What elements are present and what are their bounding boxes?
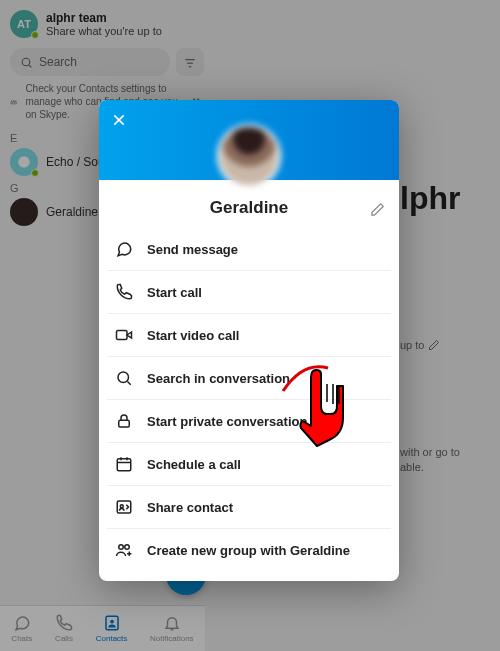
- profile-avatar[interactable]: [217, 124, 281, 188]
- menu-start-call[interactable]: Start call: [107, 271, 391, 314]
- lock-icon: [115, 412, 133, 430]
- menu-schedule-call[interactable]: Schedule a call: [107, 443, 391, 486]
- group-add-icon: [115, 541, 133, 559]
- svg-point-22: [120, 505, 123, 508]
- menu-start-private-conversation[interactable]: Start private conversation: [107, 400, 391, 443]
- svg-rect-13: [117, 331, 128, 340]
- menu-start-video-call[interactable]: Start video call: [107, 314, 391, 357]
- profile-menu: Send message Start call Start video call…: [99, 228, 399, 581]
- menu-search-conversation[interactable]: Search in conversation: [107, 357, 391, 400]
- chat-bubble-icon: [115, 240, 133, 258]
- pencil-icon: [370, 202, 385, 217]
- profile-name-row: Geraldine: [99, 180, 399, 228]
- app-window: AT alphr team Share what you're up to Se…: [0, 0, 500, 651]
- close-icon: [111, 112, 127, 128]
- svg-point-23: [119, 545, 124, 550]
- svg-rect-16: [119, 420, 130, 427]
- menu-create-group[interactable]: Create new group with Geraldine: [107, 529, 391, 571]
- svg-point-14: [118, 372, 129, 383]
- profile-name: Geraldine: [113, 198, 385, 218]
- close-button[interactable]: [111, 112, 127, 132]
- menu-send-message[interactable]: Send message: [107, 228, 391, 271]
- edit-profile-button[interactable]: [370, 202, 385, 221]
- share-contact-icon: [115, 498, 133, 516]
- svg-point-24: [125, 545, 130, 550]
- profile-modal: Geraldine Send message Start call Start …: [99, 100, 399, 581]
- calendar-icon: [115, 455, 133, 473]
- video-icon: [115, 326, 133, 344]
- phone-icon: [115, 283, 133, 301]
- search-icon: [115, 369, 133, 387]
- menu-share-contact[interactable]: Share contact: [107, 486, 391, 529]
- svg-rect-17: [117, 459, 131, 471]
- svg-line-15: [127, 381, 130, 384]
